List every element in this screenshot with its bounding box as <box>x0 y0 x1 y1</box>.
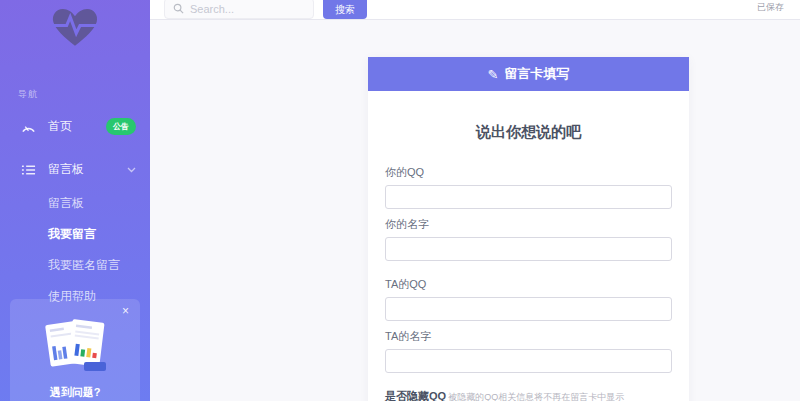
card-subtitle: 说出你想说的吧 <box>385 91 672 142</box>
chevron-down-icon <box>127 167 136 173</box>
sidebar-item-home[interactable]: 首页 公告 <box>0 109 150 144</box>
hide-qq-label: 是否隐藏QQ <box>385 389 446 401</box>
sidebar-subitem-messageboard[interactable]: 留言板 <box>0 188 150 219</box>
their-name-input[interactable] <box>385 349 672 373</box>
close-icon[interactable]: × <box>122 305 129 317</box>
promo-title: 遇到问题? <box>10 385 140 400</box>
message-card-form: ✎ 留言卡填写 说出你想说的吧 你的QQ 你的名字 TA的QQ TA的名字 是否… <box>368 57 689 401</box>
sidebar-item-label: 留言板 <box>48 161 84 178</box>
topbar: 搜索 已保存 <box>150 0 800 20</box>
sidebar-item-messageboard[interactable]: 留言板 <box>0 152 150 187</box>
heartbeat-icon <box>50 6 100 52</box>
your-qq-label: 你的QQ <box>385 165 672 180</box>
sidebar: 导航 首页 公告 留言板 留言板 我要留言 我要 <box>0 0 150 401</box>
nav-section-label: 导航 <box>18 88 150 101</box>
your-qq-input[interactable] <box>385 185 672 209</box>
documents-chart-illustration <box>10 315 140 377</box>
card-body: 说出你想说的吧 你的QQ 你的名字 TA的QQ TA的名字 是否隐藏QQ 被隐藏… <box>368 91 689 401</box>
sidebar-item-label: 首页 <box>48 118 72 135</box>
their-qq-input[interactable] <box>385 297 672 321</box>
app-logo[interactable] <box>0 0 150 52</box>
list-icon <box>21 164 36 176</box>
content-area: ✎ 留言卡填写 说出你想说的吧 你的QQ 你的名字 TA的QQ TA的名字 是否… <box>150 20 800 401</box>
announcement-badge: 公告 <box>106 118 136 135</box>
search-input[interactable] <box>190 3 305 15</box>
your-name-input[interactable] <box>385 237 672 261</box>
card-title: 留言卡填写 <box>504 65 569 83</box>
hide-qq-label-row: 是否隐藏QQ 被隐藏的QQ相关信息将不再在留言卡中显示 <box>385 389 672 401</box>
pencil-icon: ✎ <box>488 67 499 82</box>
main-column: 搜索 已保存 ✎ 留言卡填写 说出你想说的吧 你的QQ 你的名字 TA的QQ T… <box>150 0 800 401</box>
help-promo-card: × <box>10 299 140 401</box>
saved-status-text: 已保存 <box>757 1 784 14</box>
card-header: ✎ 留言卡填写 <box>368 57 689 91</box>
sidebar-subnav: 留言板 我要留言 我要匿名留言 使用帮助 <box>0 188 150 312</box>
sidebar-subitem-leave-message[interactable]: 我要留言 <box>0 219 150 250</box>
search-icon <box>173 0 184 18</box>
hide-qq-hint: 被隐藏的QQ相关信息将不再在留言卡中显示 <box>448 391 624 401</box>
their-qq-label: TA的QQ <box>385 277 672 292</box>
their-name-label: TA的名字 <box>385 329 672 344</box>
dashboard-gauge-icon <box>21 121 36 133</box>
your-name-label: 你的名字 <box>385 217 672 232</box>
sidebar-subitem-anonymous-message[interactable]: 我要匿名留言 <box>0 250 150 281</box>
search-box[interactable] <box>164 0 314 19</box>
search-button[interactable]: 搜索 <box>323 0 367 19</box>
